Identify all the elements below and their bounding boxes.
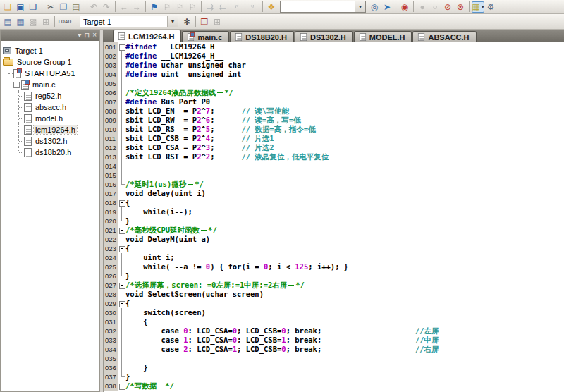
fold-marker-icon[interactable] [118,381,125,391]
tree-expander-icon[interactable] [13,82,20,88]
build-target-icon[interactable]: ▦ [14,16,27,27]
code-line[interactable]: 018{ [104,198,564,207]
batch-build-icon[interactable]: ⊞ [39,16,52,27]
code-line[interactable]: 030 switch(screen) [104,308,564,317]
code-line-text[interactable]: void DelayM(uint a) [125,235,564,244]
chevron-down-icon[interactable]: ▾ [78,32,81,39]
code-line[interactable]: 005 [104,79,564,88]
code-line[interactable]: 029{ [104,299,564,308]
code-line[interactable]: 032 case 0: LCD_CSA=0; LCD_CSB=0; break;… [104,326,564,336]
undo-icon[interactable]: ↶ [87,1,100,13]
code-line[interactable]: 027/*选择屏幕，screen: =0左屏;=1中屏;=2右屏*/ [104,281,564,290]
code-line-text[interactable]: #ifndef __LCM19264_H__ [125,42,564,51]
code-line-text[interactable]: switch(screen) [125,308,564,317]
code-line-text[interactable]: sbit LCD_RW = P2^6; // 读=高，写=低 [125,116,564,125]
code-line-text[interactable]: void delay(uint i) [125,189,564,198]
code-line-text[interactable]: void SelectScreen(uchar screen) [125,290,564,299]
code-line-text[interactable]: #define uint unsigned int [125,70,564,79]
tab-ds1302.h[interactable]: DS1302.H [295,31,353,42]
tree-item-source-group-1[interactable]: Source Group 1 [1,56,99,68]
toggle-bookmark-icon[interactable]: ⚑ [148,1,161,13]
code-line-text[interactable] [125,171,564,180]
code-line[interactable]: 023{ [104,244,564,253]
code-line-text[interactable]: sbit LCD_EN = P2^7; // 读\写使能 [125,106,564,116]
next-bookmark-icon[interactable]: ⚐ [173,1,186,13]
code-line-text[interactable]: { [125,299,564,308]
code-line-text[interactable]: sbit LCD_RST = P2^2; // 液晶复位，低电平复位 [125,152,564,161]
code-line[interactable]: 025 while( --a != 0) { for(i = 0; i < 12… [104,262,564,271]
code-line-text[interactable]: { [125,317,564,326]
code-line-text[interactable]: case 1: LCD_CSA=0; LCD_CSB=1; break; //中… [125,336,564,345]
code-line[interactable]: 035 [104,354,564,363]
code-line-text[interactable]: sbit LCD_CSA = P2^3; // 片选2 [125,143,564,152]
code-line-text[interactable]: } [125,271,564,281]
previous-bookmark-icon[interactable]: ⚐ [161,1,173,13]
code-line[interactable]: 015 [104,171,564,180]
code-line-text[interactable] [125,79,564,88]
cut-icon[interactable]: ✂ [44,1,57,13]
code-line[interactable]: 021/*毫秒级CPU延时函数*/ [104,226,564,235]
code-line[interactable]: 038/*写数据*/ [104,381,564,391]
redo-icon[interactable]: ↷ [100,1,113,13]
code-line-text[interactable]: } [125,372,564,381]
code-line[interactable]: 001#ifndef __LCM19264_H__ [104,42,564,51]
tree-item-absacc-h[interactable]: absacc.h [1,102,99,113]
code-line[interactable]: 031 { [104,317,564,326]
comment-selection-icon[interactable]: /* [229,1,245,13]
download-to-flash-icon[interactable]: LOAD [57,16,73,27]
code-line[interactable]: 026} [104,271,564,281]
clear-bookmarks-icon[interactable]: ⚐ [186,1,199,13]
fold-marker-icon[interactable] [118,198,125,207]
code-line[interactable]: 012sbit LCD_CSA = P2^3; // 片选2 [104,143,564,152]
code-line[interactable]: 014 [104,161,564,171]
rebuild-all-icon[interactable]: ▩ [27,16,39,27]
save-all-icon[interactable]: ❒ [27,1,39,13]
fold-marker-icon[interactable] [118,281,125,290]
code-line[interactable]: 003#define uchar unsigned char [104,61,564,70]
code-line-text[interactable]: while( --a != 0) { for(i = 0; i < 125; i… [125,262,564,271]
translate-file-icon[interactable]: ▤ [1,16,14,27]
tree-item-ds1302-h[interactable]: ds1302.h [1,135,99,147]
configure-wrench-icon[interactable]: ⚙ [484,1,497,13]
tab-ds18b20.h[interactable]: DS18B20.H [230,31,294,42]
code-line-text[interactable]: case 0: LCD_CSA=0; LCD_CSB=0; break; //左… [125,326,564,336]
enable-breakpoint-icon[interactable]: ○ [429,1,441,13]
code-line-text[interactable]: /*写数据*/ [125,381,564,391]
window-layout-icon[interactable]: ▦▾ [472,1,484,13]
target-select-combo[interactable]: Target 1▾ [80,16,178,27]
incremental-find-icon[interactable]: ➤ [381,1,393,13]
code-line-text[interactable]: #define Bus_Port P0 [125,97,564,106]
code-line-text[interactable]: case 2: LCD_CSA=1; LCD_CSB=0; break; //右… [125,345,564,354]
code-line-text[interactable]: sbit LCD_CSB = P2^4; // 片选1 [125,134,564,143]
tree-item-startup-a51[interactable]: STARTUP.A51 [1,68,99,79]
code-line[interactable]: 034 case 2: LCD_CSA=1; LCD_CSB=0; break;… [104,345,564,354]
combo-dropdown-icon[interactable]: ▾ [167,16,178,27]
tree-item-main-c[interactable]: main.c [1,79,99,90]
code-line-text[interactable]: while(i--); [125,207,564,216]
save-icon[interactable]: ▣ [14,1,27,13]
tree-item-model-h[interactable]: model.h [1,113,99,124]
code-line[interactable]: 036 } [104,363,564,372]
code-line[interactable]: 007#define Bus_Port P0 [104,97,564,106]
code-line[interactable]: 013sbit LCD_RST = P2^2; // 液晶复位，低电平复位 [104,152,564,161]
code-line[interactable]: 004#define uint unsigned int [104,70,564,79]
code-line[interactable]: 017void delay(uint i) [104,189,564,198]
open-file-icon[interactable]: ❏ [1,1,14,13]
code-line[interactable]: 033 case 1: LCD_CSA=0; LCD_CSB=1; break;… [104,336,564,345]
code-line-text[interactable]: { [125,198,564,207]
indent-icon[interactable]: ⇉ [204,1,216,13]
code-line[interactable]: 028void SelectScreen(uchar screen) [104,290,564,299]
tree-item-ds18b20-h[interactable]: ds18b20.h [1,147,99,158]
tree-item-target-1[interactable]: Target 1 [1,45,99,56]
navigate-back-icon[interactable]: ← [118,1,130,13]
paste-icon[interactable]: ▤ [70,1,82,13]
tree-item-reg52-h[interactable]: reg52.h [1,90,99,102]
code-line-text[interactable]: /*选择屏幕，screen: =0左屏;=1中屏;=2右屏*/ [125,281,564,290]
window-copy-icon[interactable]: ⊞ [211,16,223,27]
code-line[interactable]: 009sbit LCD_RW = P2^6; // 读=高，写=低 [104,116,564,125]
pin-icon[interactable]: ⊓ [84,32,90,39]
navigate-forward-icon[interactable]: → [130,1,143,13]
uncomment-selection-icon[interactable]: */ [245,1,260,13]
code-line-text[interactable] [125,161,564,171]
code-line-text[interactable]: /*毫秒级CPU延时函数*/ [125,226,564,235]
